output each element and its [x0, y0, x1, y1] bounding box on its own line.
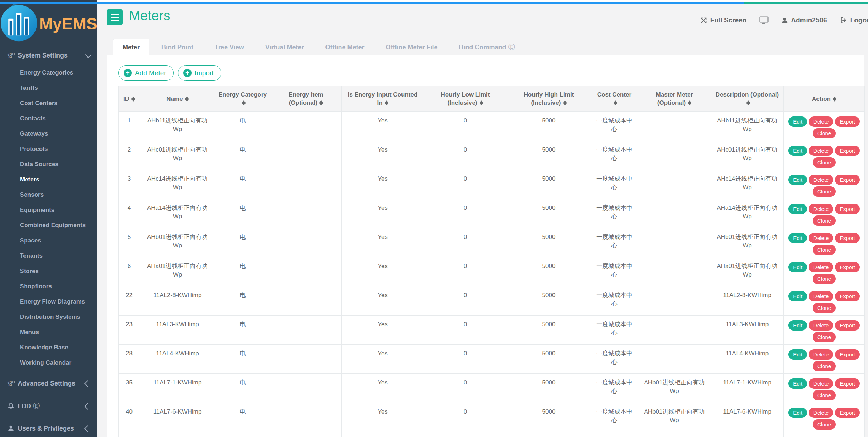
export-button[interactable]: Export	[835, 233, 859, 243]
export-button[interactable]: Export	[835, 204, 859, 214]
export-button[interactable]: Export	[835, 262, 859, 272]
export-button[interactable]: Export	[835, 291, 859, 301]
edit-button[interactable]: Edit	[788, 116, 807, 127]
clone-button[interactable]: Clone	[813, 303, 836, 313]
sidebar-item-knowledge-base[interactable]: Knowledge Base	[0, 340, 97, 355]
sidebar-item-protocols[interactable]: Protocols	[0, 141, 97, 157]
fullscreen-button[interactable]: Full Screen	[700, 16, 746, 24]
clone-button[interactable]: Clone	[813, 419, 836, 430]
edit-button[interactable]: Edit	[788, 291, 807, 301]
export-button[interactable]: Export	[835, 175, 859, 185]
column-header-description-optional-[interactable]: Description (Optional)	[711, 86, 784, 112]
delete-button[interactable]: Delete	[809, 320, 833, 331]
clone-button[interactable]: Clone	[813, 186, 836, 197]
column-header-hourly-low-limit[interactable]: Hourly Low Limit(Inclusive)	[424, 86, 507, 112]
sidebar-item-spaces[interactable]: Spaces	[0, 233, 97, 248]
sort-icon[interactable]	[563, 100, 567, 105]
logout-button[interactable]: Logout	[840, 16, 868, 24]
delete-button[interactable]: Delete	[809, 408, 833, 418]
sidebar-section-toggle[interactable]: ⚙⚙Advanced Settings	[0, 374, 97, 392]
tab-virtual-meter[interactable]: Virtual Meter	[256, 39, 313, 55]
sidebar-section-toggle[interactable]: ⚙⚙System Settings	[0, 46, 97, 64]
sidebar-item-shopfloors[interactable]: Shopfloors	[0, 279, 97, 294]
export-button[interactable]: Export	[835, 349, 859, 360]
sidebar-item-combined-equipments[interactable]: Combined Equipments	[0, 218, 97, 233]
edit-button[interactable]: Edit	[788, 408, 807, 418]
sidebar-section-toggle[interactable]: FDDⒺ	[0, 396, 97, 415]
monitor-button[interactable]	[759, 16, 769, 24]
export-button[interactable]: Export	[835, 320, 859, 331]
edit-button[interactable]: Edit	[788, 175, 807, 185]
tab-bind-command[interactable]: Bind CommandⒺ	[449, 39, 524, 55]
sidebar-section-toggle[interactable]: Users & Privileges	[0, 419, 97, 437]
sidebar-item-working-calendar[interactable]: Working Calendar	[0, 355, 97, 370]
export-button[interactable]: Export	[835, 408, 859, 418]
sort-icon[interactable]	[319, 100, 323, 105]
edit-button[interactable]: Edit	[788, 349, 807, 360]
edit-button[interactable]: Edit	[788, 320, 807, 331]
clone-button[interactable]: Clone	[813, 157, 836, 168]
sidebar-item-sensors[interactable]: Sensors	[0, 187, 97, 202]
edit-button[interactable]: Edit	[788, 378, 807, 389]
column-header-is-energy-input-counted[interactable]: Is Energy Input CountedIn	[342, 86, 424, 112]
edit-button[interactable]: Edit	[788, 146, 807, 156]
clone-button[interactable]: Clone	[813, 332, 836, 342]
tab-offline-meter[interactable]: Offline Meter	[316, 39, 373, 55]
tab-tree-view[interactable]: Tree View	[205, 39, 253, 55]
sidebar-item-contacts[interactable]: Contacts	[0, 111, 97, 126]
column-header-energy-category[interactable]: Energy Category	[215, 86, 270, 112]
sidebar-item-energy-flow-diagrams[interactable]: Energy Flow Diagrams	[0, 294, 97, 309]
delete-button[interactable]: Delete	[809, 116, 833, 127]
column-header-master-meter[interactable]: Master Meter(Optional)	[638, 86, 711, 112]
delete-button[interactable]: Delete	[809, 146, 833, 156]
brand-logo[interactable]: MyEMS	[0, 0, 97, 46]
delete-button[interactable]: Delete	[809, 291, 833, 301]
sort-icon[interactable]	[746, 100, 750, 105]
sidebar-item-distribution-systems[interactable]: Distribution Systems	[0, 309, 97, 324]
sidebar-item-energy-categories[interactable]: Energy Categories	[0, 65, 97, 80]
column-header-hourly-high-limit[interactable]: Hourly High Limit(Inclusive)	[507, 86, 591, 112]
sort-icon[interactable]	[833, 97, 836, 102]
tab-offline-meter-file[interactable]: Offline Meter File	[376, 39, 447, 55]
user-menu[interactable]: Admin2506	[781, 16, 827, 24]
column-header-name[interactable]: Name	[140, 86, 215, 112]
clone-button[interactable]: Clone	[813, 215, 836, 226]
clone-button[interactable]: Clone	[813, 274, 836, 284]
sidebar-item-tariffs[interactable]: Tariffs	[0, 80, 97, 95]
sort-icon[interactable]	[185, 97, 189, 102]
delete-button[interactable]: Delete	[809, 204, 833, 214]
import-button[interactable]: + Import	[178, 65, 221, 81]
sort-icon[interactable]	[242, 100, 246, 105]
sort-icon[interactable]	[480, 100, 483, 105]
column-header-id[interactable]: ID	[119, 86, 140, 112]
sort-icon[interactable]	[614, 100, 617, 105]
export-button[interactable]: Export	[835, 378, 859, 389]
delete-button[interactable]: Delete	[809, 349, 833, 360]
column-header-energy-item[interactable]: Energy Item(Optional)	[270, 86, 342, 112]
export-button[interactable]: Export	[835, 146, 859, 156]
sidebar-item-stores[interactable]: Stores	[0, 263, 97, 279]
tab-bind-point[interactable]: Bind Point	[152, 39, 203, 55]
clone-button[interactable]: Clone	[813, 390, 836, 400]
clone-button[interactable]: Clone	[813, 361, 836, 371]
sidebar-item-equipments[interactable]: Equipments	[0, 202, 97, 218]
tab-meter[interactable]: Meter	[113, 39, 149, 55]
clone-button[interactable]: Clone	[813, 128, 836, 138]
sidebar-toggle-button[interactable]	[107, 9, 123, 25]
delete-button[interactable]: Delete	[809, 262, 833, 272]
delete-button[interactable]: Delete	[809, 233, 833, 243]
column-header-cost-center[interactable]: Cost Center	[591, 86, 638, 112]
sidebar-item-gateways[interactable]: Gateways	[0, 126, 97, 141]
sidebar-item-meters[interactable]: Meters	[0, 172, 97, 187]
sort-icon[interactable]	[385, 100, 388, 105]
edit-button[interactable]: Edit	[788, 233, 807, 243]
sidebar-item-data-sources[interactable]: Data Sources	[0, 157, 97, 172]
export-button[interactable]: Export	[835, 116, 859, 127]
delete-button[interactable]: Delete	[809, 378, 833, 389]
clone-button[interactable]: Clone	[813, 245, 836, 255]
sidebar-item-tenants[interactable]: Tenants	[0, 248, 97, 263]
edit-button[interactable]: Edit	[788, 204, 807, 214]
delete-button[interactable]: Delete	[809, 175, 833, 185]
sidebar-item-cost-centers[interactable]: Cost Centers	[0, 95, 97, 111]
edit-button[interactable]: Edit	[788, 262, 807, 272]
